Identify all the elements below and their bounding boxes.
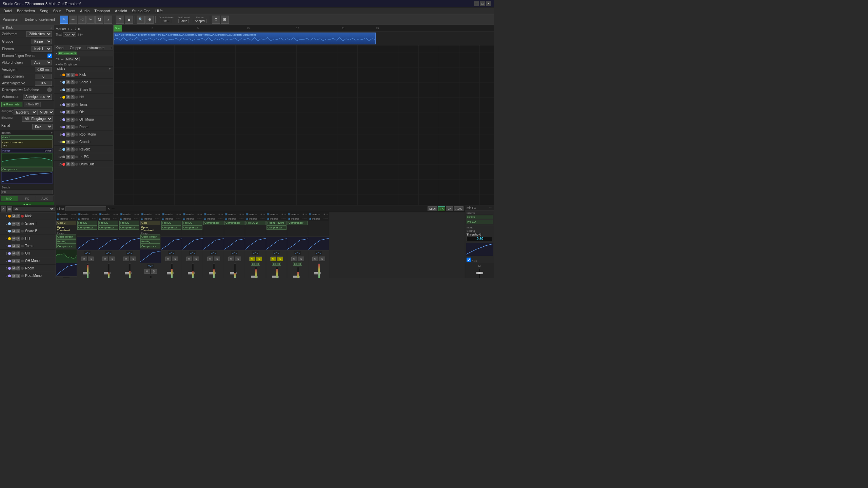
ins-8-Compressor[interactable]: Compressor [203, 221, 223, 225]
track-r-9[interactable] [75, 133, 78, 136]
track-row-11[interactable]: 11 M S Reverb [54, 146, 113, 153]
punch-btn[interactable]: ⏺ [125, 16, 133, 24]
mx-r-2[interactable] [21, 222, 24, 225]
track-m-8[interactable]: M [66, 125, 70, 129]
ch-s-12[interactable]: S [298, 257, 304, 261]
sends-pc-insert[interactable]: PC [1, 190, 53, 194]
track-s-13[interactable]: S [71, 162, 75, 166]
track-row-8[interactable]: 8 M S Room [54, 123, 113, 131]
ins-7-ProEQ[interactable]: Pro EQ [182, 221, 202, 225]
ch-m-7[interactable]: M [186, 257, 192, 261]
mx-r-4[interactable] [21, 237, 24, 240]
ins-6-ProEQ[interactable]: Pro EQ [161, 221, 181, 225]
track-s-9[interactable]: S [71, 133, 75, 137]
mixer-track-row-5[interactable]: 5 M S Toms [0, 242, 56, 250]
track-m-4[interactable]: M [66, 95, 70, 99]
track-s-2[interactable]: S [71, 80, 75, 84]
mx-m-8[interactable]: M [12, 266, 16, 270]
ch-m-12[interactable]: M [291, 257, 297, 261]
mixer-expand-btn[interactable]: ⊞ [7, 206, 12, 211]
mx-m-3[interactable]: M [12, 229, 16, 233]
menu-bearbeiten[interactable]: Bearbeiten [15, 8, 37, 14]
track-row-10[interactable]: 10 M S Crunch [54, 138, 113, 146]
mixer-track-row-7[interactable]: 7 M S OH Mono [0, 257, 56, 265]
filter-options[interactable]: ⋯ [112, 207, 115, 210]
track-r-11[interactable] [75, 148, 78, 151]
ch-s-8[interactable]: S [214, 257, 220, 261]
track-row-3[interactable]: 3 M S Snare B [54, 86, 113, 94]
mx-m-7[interactable]: M [12, 259, 16, 263]
mx-s-8[interactable]: S [16, 266, 20, 270]
maximize-button[interactable]: □ [480, 1, 485, 6]
track-r-6[interactable] [75, 111, 78, 114]
mixer-track-row-1[interactable]: 1 M S Kick [0, 212, 56, 220]
menu-event[interactable]: Event [64, 8, 77, 14]
listen-tool[interactable]: ♪ [104, 16, 112, 24]
mx-s-7[interactable]: S [16, 259, 20, 263]
mx-m-9[interactable]: M [12, 274, 16, 278]
track-r-4[interactable] [75, 96, 78, 99]
ch-m-11[interactable]: M [270, 257, 276, 261]
mixer-track-row-8[interactable]: 8 M S Room [0, 265, 56, 272]
ins-2-ProEQ[interactable]: Pro EQ [77, 221, 97, 225]
track-m-7[interactable]: M [66, 118, 70, 122]
parameter-btn[interactable]: ◈ Parameter [1, 102, 22, 107]
mix-fx-post-check[interactable] [467, 258, 471, 262]
mix-fx-options[interactable]: ⋯ [489, 206, 492, 209]
zeitformat-select[interactable]: Zählzeiten [26, 31, 52, 37]
mixer-track-row-6[interactable]: 6 M S OH [0, 250, 56, 257]
zoom-out[interactable]: ⊖ [145, 16, 154, 24]
mix-fx-fader-thumb[interactable] [476, 272, 483, 274]
track-r-3[interactable] [75, 88, 78, 91]
fx-btn[interactable]: FX [18, 196, 35, 201]
window-controls[interactable]: ─ □ ✕ [474, 1, 491, 6]
track-row-13[interactable]: 13 M S Drum Bus [54, 161, 113, 168]
grid-btn[interactable]: ⊞ [221, 16, 229, 24]
track-m-11[interactable]: M [66, 147, 70, 151]
track-s-5[interactable]: S [71, 103, 75, 107]
ch-s-6[interactable]: S [172, 257, 178, 261]
ins-12-Compressor[interactable]: Compressor [288, 221, 308, 225]
ins-thresh-1[interactable]: Gate 2 [56, 221, 76, 225]
filter-clear[interactable]: ✕ [107, 207, 110, 210]
track-row-5[interactable]: 5 M S Toms [54, 101, 113, 108]
mx-r-3[interactable] [21, 230, 24, 232]
menu-hilfe[interactable]: Hilfe [153, 8, 165, 14]
eraser-tool[interactable]: ◁ [78, 16, 86, 24]
track-m-5[interactable]: M [66, 103, 70, 107]
track-s-4[interactable]: S [71, 95, 75, 99]
mx-r-1[interactable] [21, 215, 24, 218]
retro-btn[interactable] [47, 87, 52, 92]
raster-value[interactable]: Adaptiv [193, 19, 206, 23]
ch-s-4[interactable]: S [130, 257, 136, 261]
track-s-10[interactable]: S [71, 140, 75, 144]
track-r-7[interactable] [75, 118, 78, 121]
ch-s-9[interactable]: S [235, 257, 241, 261]
ins-9-Compressor[interactable]: Compressor [224, 221, 244, 225]
ch-m-6[interactable]: M [165, 257, 171, 261]
mx-m-4[interactable]: M [12, 237, 16, 241]
mx-r-6[interactable] [21, 252, 24, 255]
mix-fx-pro-eq[interactable]: Pro EQ [466, 220, 493, 224]
mx-s-2[interactable]: S [16, 222, 20, 226]
track-row-1[interactable]: 1 M S Kick [54, 71, 113, 79]
mixer-track-row-4[interactable]: 4 M S HH [0, 235, 56, 242]
ch-m-9[interactable]: M [228, 257, 234, 261]
gate2-insert[interactable]: Gate 2 [1, 135, 53, 140]
ch-s-11[interactable]: S [277, 257, 283, 261]
track-m-9[interactable]: M [66, 133, 70, 137]
ch-m-8[interactable]: M [207, 257, 213, 261]
mute-tool[interactable]: M [95, 16, 103, 24]
ch-s-7[interactable]: S [193, 257, 199, 261]
ebenen-select[interactable]: Kick 1 [32, 46, 52, 52]
ins-1-ProEQ[interactable]: Pro EQ [56, 239, 76, 244]
gruppe-select[interactable]: Keine [32, 39, 52, 44]
menu-transport[interactable]: Transport [92, 8, 112, 14]
ch-s-5[interactable]: S [151, 269, 157, 274]
mx-m-2[interactable]: M [12, 222, 16, 226]
track-s-3[interactable]: S [71, 88, 75, 92]
track-row-2[interactable]: 2 M S Snare T [54, 79, 113, 86]
settings-btn[interactable]: ⚙ [212, 16, 220, 24]
ins-11-Compressor[interactable]: Compressor [267, 225, 287, 230]
track-r-10[interactable] [75, 141, 78, 143]
